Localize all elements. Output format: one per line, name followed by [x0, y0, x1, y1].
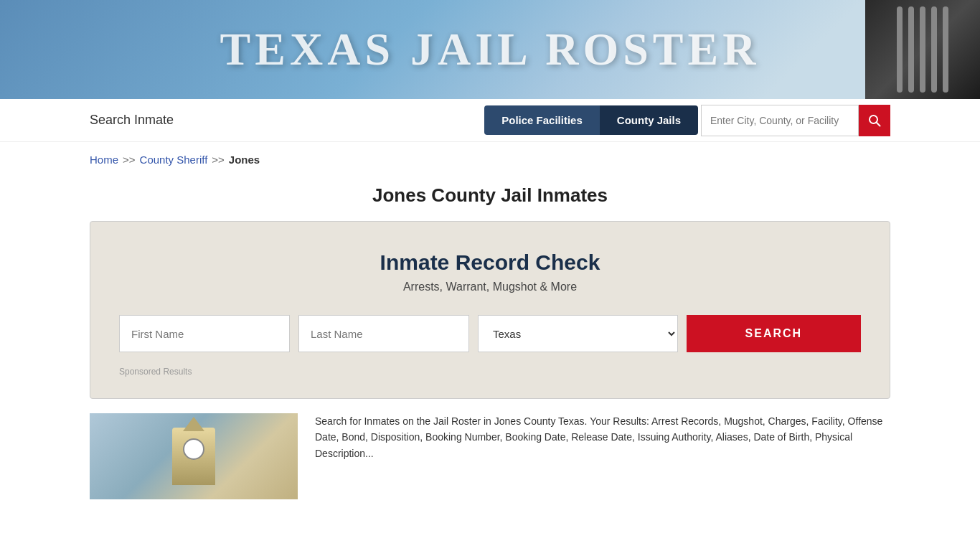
- breadcrumb-sep-1: >>: [123, 154, 136, 166]
- first-name-input[interactable]: [119, 315, 290, 352]
- bottom-description: Search for Inmates on the Jail Roster in…: [315, 413, 890, 499]
- record-search-button[interactable]: SEARCH: [687, 315, 861, 352]
- breadcrumb-sep-2: >>: [212, 154, 225, 166]
- record-check-title: Inmate Record Check: [119, 250, 861, 275]
- police-facilities-button[interactable]: Police Facilities: [484, 105, 600, 135]
- page-title: Jones County Jail Inmates: [0, 184, 980, 207]
- facility-search-input[interactable]: [701, 105, 859, 136]
- facility-search-button[interactable]: [859, 105, 890, 136]
- jail-image: [865, 0, 980, 99]
- breadcrumb-current: Jones: [229, 154, 260, 166]
- nav-search-wrapper: [701, 105, 890, 136]
- header-banner: Texas Jail Roster: [0, 0, 980, 99]
- county-image: [90, 413, 298, 499]
- record-check-form: Texas Alabama Alaska Arizona Arkansas Ca…: [119, 315, 861, 352]
- breadcrumb: Home >> County Sheriff >> Jones: [0, 142, 980, 177]
- search-icon: [868, 114, 881, 127]
- search-inmate-label: Search Inmate: [90, 113, 174, 128]
- record-check-subtitle: Arrests, Warrant, Mugshot & More: [119, 281, 861, 293]
- state-select[interactable]: Texas Alabama Alaska Arizona Arkansas Ca…: [478, 315, 678, 352]
- record-check-box: Inmate Record Check Arrests, Warrant, Mu…: [90, 221, 890, 399]
- svg-line-1: [877, 122, 880, 126]
- clock-tower-illustration: [172, 428, 215, 485]
- site-title: Texas Jail Roster: [220, 23, 760, 76]
- last-name-input[interactable]: [298, 315, 469, 352]
- nav-right: Police Facilities County Jails: [484, 105, 890, 136]
- breadcrumb-home[interactable]: Home: [90, 154, 118, 166]
- bottom-section: Search for Inmates on the Jail Roster in…: [0, 413, 980, 499]
- sponsored-label: Sponsored Results: [119, 367, 861, 377]
- breadcrumb-county-sheriff[interactable]: County Sheriff: [140, 154, 208, 166]
- nav-bar: Search Inmate Police Facilities County J…: [0, 99, 980, 142]
- county-jails-button[interactable]: County Jails: [600, 105, 698, 135]
- clock-face: [183, 438, 204, 460]
